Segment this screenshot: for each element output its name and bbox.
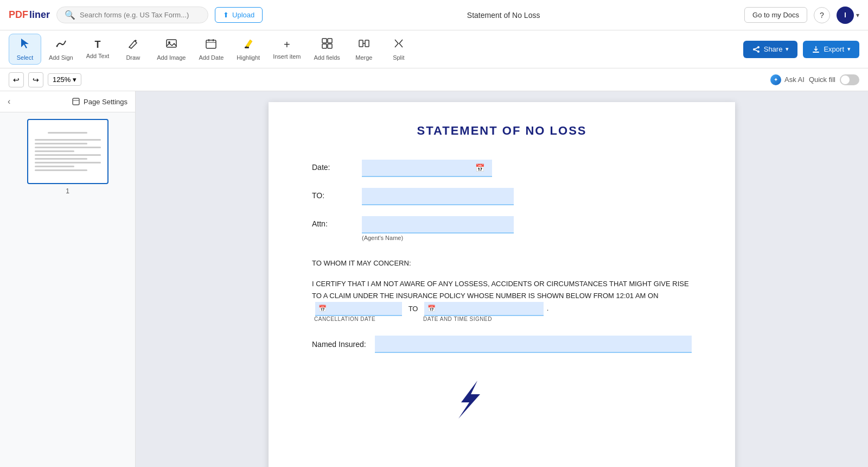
search-icon: 🔍	[65, 10, 75, 20]
cancellation-date-label: CANCELLATION DATE	[314, 314, 375, 324]
date-row: Date: 📅	[312, 160, 692, 177]
search-bar[interactable]: 🔍	[56, 7, 208, 23]
draw-icon	[127, 37, 139, 52]
page-thumbnail[interactable]	[27, 119, 108, 184]
zoom-value: 125%	[53, 75, 71, 84]
tool-add-fields[interactable]: Add fields	[309, 34, 346, 64]
doc-area: STATEMENT OF NO LOSS Date: 📅 TO: At	[136, 91, 868, 467]
svg-marker-24	[21, 39, 29, 48]
deco-arrow	[450, 378, 488, 424]
tool-split[interactable]: Split	[382, 34, 415, 64]
date-signed-label: DATE AND TIME SIGNED	[423, 314, 492, 324]
ask-ai-area: ✦ Ask AI Quick fill	[770, 74, 859, 85]
svg-rect-34	[322, 39, 327, 43]
select-label: Select	[17, 54, 34, 61]
svg-rect-35	[328, 39, 332, 43]
date-signed-wrap: 📅 DATE AND TIME SIGNED	[423, 302, 545, 316]
upload-icon: ⬆	[223, 11, 229, 19]
insert-item-icon: +	[284, 39, 290, 51]
svg-rect-36	[322, 44, 327, 48]
date-input[interactable]: 📅	[362, 160, 492, 177]
sidebar-collapse-button[interactable]: ‹	[8, 97, 10, 106]
add-fields-label: Add fields	[314, 54, 340, 61]
tool-select[interactable]: Select	[9, 34, 41, 65]
attn-field[interactable]: (Agent's Name)	[362, 216, 692, 241]
named-insured-label: Named Insured:	[312, 340, 366, 349]
upload-button[interactable]: ⬆ Upload	[215, 7, 263, 23]
add-sign-icon	[55, 37, 67, 52]
logo-pdf-text: PDF	[9, 9, 28, 21]
add-fields-icon	[321, 37, 333, 52]
to-label: TO:	[312, 188, 355, 200]
body-para1: TO WHOM IT MAY CONCERN:	[312, 257, 692, 269]
tool-insert-item[interactable]: + Insert item	[267, 35, 306, 63]
toolbar: Select Add Sign T Add Text Draw Add Imag…	[0, 30, 868, 68]
add-text-icon: T	[94, 39, 100, 51]
svg-line-44	[754, 49, 758, 52]
undo-button[interactable]: ↩	[9, 72, 24, 87]
select-icon	[19, 37, 31, 52]
period-text: .	[547, 305, 549, 313]
avatar-dropdown[interactable]: I ▾	[837, 7, 859, 24]
tool-add-date[interactable]: Add Date	[193, 34, 229, 64]
zoom-chevron-icon: ▾	[73, 75, 76, 84]
tool-merge[interactable]: Merge	[348, 34, 380, 64]
svg-rect-37	[328, 44, 332, 48]
add-image-icon	[165, 37, 177, 52]
ask-ai-button[interactable]: ✦ Ask AI	[770, 74, 805, 85]
named-insured-row: Named Insured:	[312, 336, 692, 353]
avatar: I	[837, 7, 854, 24]
ask-ai-icon: ✦	[770, 74, 781, 85]
svg-rect-39	[365, 40, 369, 47]
go-to-docs-button[interactable]: Go to my Docs	[744, 7, 807, 23]
date-label: Date:	[312, 160, 355, 172]
merge-label: Merge	[355, 54, 372, 61]
redo-button[interactable]: ↪	[28, 72, 43, 87]
search-input[interactable]	[80, 11, 200, 19]
toolbar-right: Share ▾ Export ▾	[743, 41, 859, 58]
export-button[interactable]: Export ▾	[803, 41, 859, 58]
attn-input[interactable]	[362, 216, 514, 234]
tool-highlight[interactable]: Highlight	[231, 34, 265, 64]
date-signed-calendar-icon: 📅	[427, 303, 439, 314]
calendar-icon: 📅	[475, 163, 488, 172]
share-button[interactable]: Share ▾	[743, 41, 798, 58]
svg-rect-33	[245, 47, 249, 48]
sidebar-header: ‹ Page Settings	[0, 91, 135, 112]
svg-rect-28	[206, 40, 216, 48]
zoom-select[interactable]: 125% ▾	[48, 73, 81, 86]
page-settings-icon	[72, 97, 80, 106]
attn-hint: (Agent's Name)	[362, 235, 692, 241]
chevron-down-icon: ▾	[856, 11, 859, 19]
highlight-icon	[242, 37, 254, 52]
tool-add-text[interactable]: T Add Text	[81, 36, 115, 62]
cancellation-date-wrap: 📅 CANCELLATION DATE	[314, 302, 403, 316]
main-area: ‹ Page Settings	[0, 91, 868, 467]
sidebar: ‹ Page Settings	[0, 91, 136, 467]
sidebar-content: 1	[0, 112, 135, 467]
add-image-label: Add Image	[157, 54, 186, 61]
to-input[interactable]	[362, 188, 514, 205]
tool-add-image[interactable]: Add Image	[151, 34, 191, 64]
export-icon	[812, 45, 820, 54]
tool-add-sign[interactable]: Add Sign	[43, 34, 79, 64]
svg-line-43	[754, 47, 758, 49]
named-insured-input[interactable]	[375, 336, 692, 353]
attn-label: Attn:	[312, 216, 355, 228]
help-button[interactable]: ?	[814, 7, 830, 23]
svg-point-25	[56, 46, 58, 47]
tool-draw[interactable]: Draw	[117, 34, 149, 64]
add-sign-label: Add Sign	[49, 54, 73, 61]
body-para2-text: I CERTIFY THAT I AM NOT AWARE OF ANY LOS…	[312, 280, 689, 300]
add-date-label: Add Date	[199, 54, 224, 61]
to-field[interactable]	[362, 188, 692, 205]
doc-heading: STATEMENT OF NO LOSS	[312, 124, 692, 138]
share-chevron-icon: ▾	[786, 46, 789, 53]
sub-toolbar: ↩ ↪ 125% ▾ ✦ Ask AI Quick fill	[0, 68, 868, 91]
date-field[interactable]: 📅	[362, 160, 692, 177]
to-row: TO:	[312, 188, 692, 205]
svg-rect-45	[813, 52, 819, 53]
doc-page: STATEMENT OF NO LOSS Date: 📅 TO: At	[269, 102, 735, 467]
cancellation-calendar-icon: 📅	[318, 303, 330, 314]
quick-fill-toggle[interactable]	[840, 74, 859, 85]
